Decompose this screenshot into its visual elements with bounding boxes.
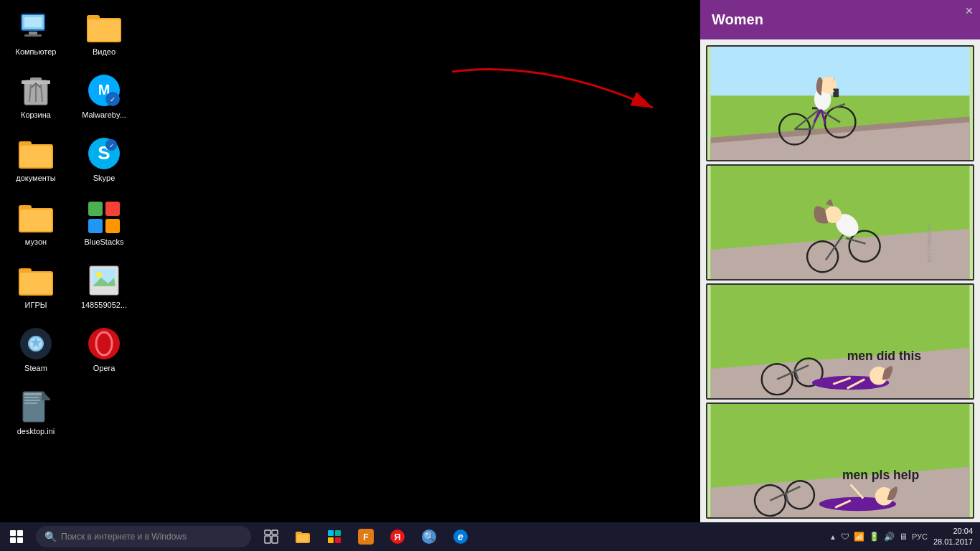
search-icon: 🔍 — [44, 531, 57, 542]
icon-opera[interactable]: Opera — [75, 324, 133, 376]
taskbar-store[interactable] — [321, 524, 347, 550]
icon-computer[interactable]: Компьютер — [7, 7, 65, 60]
icon-games[interactable]: ИГРЫ — [7, 260, 65, 313]
tray-volume-icon: 🔊 — [884, 532, 895, 542]
taskbar-explorer[interactable] — [290, 524, 316, 550]
svg-rect-108 — [335, 530, 341, 536]
svg-rect-45 — [24, 397, 39, 398]
icon-skype[interactable]: S ✓ Skype — [75, 133, 133, 186]
tray-language[interactable]: РУС — [912, 532, 928, 541]
folder-muzon-icon — [19, 200, 53, 235]
taskbar: 🔍 Поиск в интернете и в Windows — [0, 522, 980, 551]
icon-video[interactable]: Видео — [75, 7, 133, 60]
icon-video-label: Видео — [93, 47, 116, 57]
taskbar-right: ▲ 🛡 📶 🔋 🔊 🖥 РУС 20:04 28.01.2017 — [829, 526, 980, 548]
icon-row-3: документы S ✓ Skype — [7, 133, 133, 186]
taskbar-task-view[interactable] — [258, 524, 284, 550]
svg-text:✓: ✓ — [110, 95, 116, 103]
svg-rect-3 — [24, 34, 42, 37]
svg-rect-6 — [88, 19, 120, 41]
ini-file-icon — [19, 390, 53, 424]
svg-rect-46 — [24, 400, 40, 401]
icon-malwarebytes[interactable]: M ✓ Malwareby... — [75, 70, 133, 123]
svg-rect-27 — [88, 202, 103, 216]
icon-bluestacks-label: BlueStacks — [84, 237, 123, 247]
icon-recycle[interactable]: Корзина — [7, 70, 65, 123]
right-panel: ✕ Women — [700, 0, 980, 522]
tray-battery-icon: 🔋 — [869, 532, 880, 542]
taskbar-yandex[interactable]: Я — [385, 524, 410, 550]
svg-rect-28 — [105, 202, 120, 216]
icon-malwarebytes-label: Malwareby... — [82, 110, 126, 120]
taskbar-fb-app[interactable]: F — [353, 524, 379, 550]
svg-rect-102 — [265, 536, 270, 543]
icon-documents[interactable]: документы — [7, 133, 65, 186]
svg-text:men pls help: men pls help — [842, 468, 919, 482]
panel-header: Women — [700, 0, 980, 39]
close-panel-button[interactable]: ✕ — [962, 4, 976, 18]
skype-icon: S ✓ — [87, 136, 121, 171]
icon-row-7: desktop.ini — [7, 387, 133, 439]
svg-text:men did this: men did this — [847, 349, 922, 363]
clock-time: 20:04 — [933, 526, 973, 537]
bluestacks-icon — [87, 200, 121, 235]
svg-rect-43 — [23, 392, 44, 422]
svg-rect-103 — [272, 536, 278, 543]
folder-documents-icon — [19, 136, 53, 171]
icon-steam-label: Steam — [24, 364, 47, 373]
svg-point-36 — [96, 272, 102, 278]
svg-rect-100 — [265, 530, 270, 534]
panel-content[interactable]: VIA 9GAG.COM — [700, 39, 980, 522]
svg-rect-30 — [105, 219, 120, 233]
icon-documents-label: документы — [16, 174, 56, 183]
svg-rect-33 — [20, 273, 52, 294]
tray-wifi-icon: 📶 — [854, 532, 864, 542]
icon-steam[interactable]: Steam — [7, 324, 65, 376]
tray-antivirus-icon: 🛡 — [841, 532, 849, 542]
image-file-icon — [87, 263, 121, 298]
icon-opera-label: Opera — [93, 364, 116, 373]
clock[interactable]: 20:04 28.01.2017 — [933, 526, 973, 548]
desktop: Компьютер Видео — [0, 0, 980, 551]
svg-point-42 — [100, 339, 108, 348]
icon-image148-label: 148559052... — [81, 301, 127, 310]
taskbar-app-icons: F Я 🔍 e — [258, 524, 473, 550]
start-button[interactable] — [0, 522, 32, 551]
svg-rect-2 — [29, 32, 37, 34]
icon-image148[interactable]: 148559052... — [75, 260, 133, 313]
comic-panels-container: VIA 9GAG.COM — [700, 39, 980, 522]
svg-text:🔍: 🔍 — [423, 531, 436, 543]
taskbar-search-icon[interactable]: 🔍 — [416, 524, 442, 550]
icon-desktop-ini[interactable]: desktop.ini — [7, 387, 65, 439]
comic-panel-1 — [706, 45, 974, 161]
svg-rect-107 — [328, 530, 334, 536]
icon-bluestacks[interactable]: BlueStacks — [75, 197, 133, 250]
clock-date: 28.01.2017 — [933, 537, 973, 547]
icon-recycle-label: Корзина — [21, 110, 51, 120]
icon-games-label: ИГРЫ — [25, 301, 47, 310]
recycle-bin-icon — [19, 73, 53, 108]
panel-title: Women — [712, 11, 763, 28]
icon-desktop-ini-label: desktop.ini — [17, 427, 55, 436]
icon-skype-label: Skype — [93, 174, 116, 183]
svg-text:F: F — [363, 532, 368, 542]
svg-rect-109 — [328, 537, 334, 543]
svg-marker-49 — [42, 392, 50, 400]
search-placeholder-text: Поиск в интернете и в Windows — [61, 532, 187, 542]
svg-rect-26 — [20, 209, 52, 231]
comic-panel-3: men did this — [706, 283, 974, 400]
red-arrow — [430, 57, 682, 129]
svg-rect-1 — [24, 17, 42, 27]
comic-panel-2: VIA 9GAG.COM — [706, 164, 974, 281]
svg-rect-19 — [20, 146, 52, 167]
icon-computer-label: Компьютер — [16, 47, 57, 57]
windows-logo-icon — [10, 530, 23, 543]
taskbar-search[interactable]: 🔍 Поиск в интернете и в Windows — [36, 526, 251, 547]
desktop-icons-container: Компьютер Видео — [7, 7, 133, 439]
taskbar-edge[interactable]: e — [448, 524, 473, 550]
tray-expand-icon[interactable]: ▲ — [829, 533, 837, 541]
icon-muzon[interactable]: музон — [7, 197, 65, 250]
icon-row-5: ИГРЫ 148559052... — [7, 260, 133, 313]
icon-row-6: Steam Opera — [7, 324, 133, 376]
icon-row-4: музон BlueStacks — [7, 197, 133, 250]
